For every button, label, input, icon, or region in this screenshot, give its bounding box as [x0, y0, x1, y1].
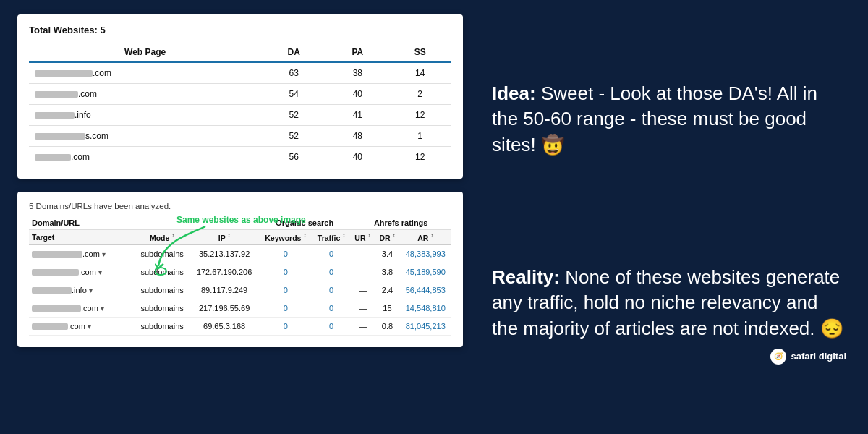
- analysis-dash-cell: —: [350, 299, 375, 317]
- analysis-dr-cell: 45,189,590: [400, 263, 451, 281]
- safari-name: safari digital: [791, 351, 846, 362]
- analysis-url-cell: .com ▾: [29, 317, 135, 335]
- analysis-title: 5 Domains/URLs have been analyzed.: [29, 202, 451, 210]
- safari-logo-icon: 🧭: [770, 349, 786, 365]
- idea-text: Idea: Sweet - Look at those DA's! All in…: [492, 81, 846, 157]
- blurred-url: [35, 133, 85, 140]
- analysis-traffic-cell: 0: [312, 281, 351, 299]
- analysis-suffix: .com: [82, 250, 100, 258]
- analysis-traffic-cell: 0: [312, 299, 351, 317]
- analysis-dr-cell: 48,383,993: [400, 244, 451, 263]
- analysis-dr-cell: 56,444,853: [400, 281, 451, 299]
- subhdr-target: Target: [29, 230, 135, 245]
- top-pa-cell: 40: [326, 147, 388, 168]
- top-ss-cell: 1: [388, 126, 451, 147]
- idea-bold: Idea:: [492, 82, 536, 104]
- col-ss: SS: [388, 43, 451, 62]
- subhdr-dr: DR ↕: [375, 230, 399, 245]
- top-da-cell: 52: [261, 105, 326, 126]
- analysis-url-cell: .info ▾: [29, 281, 135, 299]
- analysis-table-row: .com ▾ subdomains 69.65.3.168 0 0 — 0.8 …: [29, 317, 451, 335]
- analysis-traffic-cell: 0: [312, 317, 351, 335]
- top-table-row: .com 56 40 12: [29, 147, 451, 168]
- dropdown-icon[interactable]: ▾: [102, 250, 106, 258]
- url-suffix: .com: [71, 152, 90, 162]
- analysis-dr-cell: 81,045,213: [400, 317, 451, 335]
- top-url-cell: .com: [29, 62, 261, 84]
- blurred-domain: [32, 323, 68, 330]
- analysis-ur-cell: 3.8: [375, 263, 399, 281]
- top-url-cell: s.com: [29, 126, 261, 147]
- reality-text: Reality: None of these websites generate…: [492, 265, 846, 341]
- group-ahrefs: Ahrefs ratings: [350, 216, 451, 230]
- top-table-row: s.com 52 48 1: [29, 126, 451, 147]
- top-da-cell: 54: [261, 84, 326, 105]
- analysis-ip-cell: 217.196.55.69: [190, 299, 259, 317]
- analysis-ip-cell: 89.117.9.249: [190, 281, 259, 299]
- analysis-kw-cell: 0: [259, 244, 312, 263]
- blurred-url: [35, 91, 78, 98]
- blurred-domain: [32, 269, 79, 276]
- blurred-url: [35, 112, 75, 119]
- top-da-cell: 63: [261, 62, 326, 84]
- analysis-kw-cell: 0: [259, 281, 312, 299]
- analysis-table-row: .com ▾ subdomains 35.213.137.92 0 0 — 3.…: [29, 244, 451, 263]
- analysis-table: Domain/URL Organic search Ahrefs ratings…: [29, 216, 451, 336]
- analysis-mode-cell: subdomains: [135, 244, 190, 263]
- group-organic: Organic search: [259, 216, 350, 230]
- reality-section: Reality: None of these websites generate…: [492, 217, 846, 412]
- url-suffix: .info: [75, 110, 91, 120]
- top-card: Total Websites: 5 Web Page DA PA SS .com…: [17, 14, 463, 179]
- reality-bold: Reality:: [492, 266, 560, 288]
- analysis-url-cell: .com ▾: [29, 299, 135, 317]
- analysis-mode-cell: subdomains: [135, 263, 190, 281]
- blurred-url: [35, 70, 93, 77]
- top-ss-cell: 12: [388, 105, 451, 126]
- idea-section: Idea: Sweet - Look at those DA's! All in…: [492, 22, 846, 217]
- subhdr-kw: Keywords ↕: [259, 230, 312, 245]
- analysis-suffix: .com: [79, 268, 96, 276]
- top-card-title: Total Websites: 5: [29, 25, 451, 35]
- analysis-ur-cell: 15: [375, 299, 399, 317]
- analysis-traffic-cell: 0: [312, 263, 351, 281]
- analysis-table-row: .com ▾ subdomains 172.67.190.206 0 0 — 3…: [29, 263, 451, 281]
- analysis-suffix: .info: [72, 286, 87, 294]
- url-suffix: .com: [78, 89, 97, 99]
- blurred-url: [35, 154, 71, 161]
- analysis-traffic-cell: 0: [312, 244, 351, 263]
- analysis-dr-cell: 14,548,810: [400, 299, 451, 317]
- reality-wrapper: Reality: None of these websites generate…: [492, 265, 846, 364]
- analysis-kw-cell: 0: [259, 299, 312, 317]
- top-url-cell: .com: [29, 84, 261, 105]
- subhdr-traffic: Traffic ↕: [312, 230, 351, 245]
- dropdown-icon[interactable]: ▾: [88, 323, 91, 331]
- analysis-dash-cell: —: [350, 244, 375, 263]
- analysis-kw-cell: 0: [259, 263, 312, 281]
- right-column: Idea: Sweet - Look at those DA's! All in…: [477, 0, 868, 434]
- subhdr-ur: UR ↕: [350, 230, 375, 245]
- top-pa-cell: 40: [326, 84, 388, 105]
- idea-rest: Sweet - Look at those DA's! All in the 5…: [492, 82, 817, 155]
- url-suffix: s.com: [85, 131, 109, 141]
- analysis-mode-cell: subdomains: [135, 281, 190, 299]
- analysis-url-cell: .com ▾: [29, 244, 135, 263]
- dropdown-icon[interactable]: ▾: [89, 286, 93, 294]
- subhdr-ar: AR ↕: [400, 230, 451, 245]
- dropdown-icon[interactable]: ▾: [98, 268, 102, 276]
- top-da-cell: 56: [261, 147, 326, 168]
- analysis-ur-cell: 0.8: [375, 317, 399, 335]
- top-table-row: .com 63 38 14: [29, 62, 451, 84]
- safari-brand: 🧭 safari digital: [492, 341, 846, 365]
- analysis-table-row: .com ▾ subdomains 217.196.55.69 0 0 — 15…: [29, 299, 451, 317]
- dropdown-icon[interactable]: ▾: [101, 305, 104, 312]
- left-column: Total Websites: 5 Web Page DA PA SS .com…: [0, 0, 477, 434]
- top-url-cell: .com: [29, 147, 261, 168]
- url-suffix: .com: [93, 68, 111, 78]
- analysis-ip-cell: 35.213.137.92: [190, 244, 259, 263]
- top-table-row: .com 54 40 2: [29, 84, 451, 105]
- analysis-mode-cell: subdomains: [135, 299, 190, 317]
- analysis-ip-cell: 172.67.190.206: [190, 263, 259, 281]
- blurred-domain: [32, 287, 72, 294]
- analysis-mode-cell: subdomains: [135, 317, 190, 335]
- analysis-ip-cell: 69.65.3.168: [190, 317, 259, 335]
